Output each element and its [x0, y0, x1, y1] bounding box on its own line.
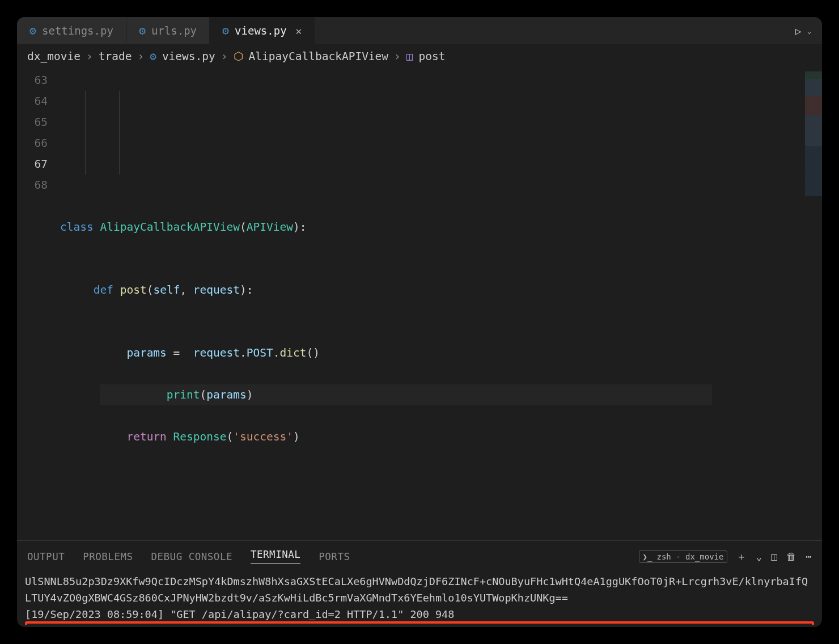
- more-icon[interactable]: ⋯: [806, 550, 812, 562]
- split-terminal-icon[interactable]: ◫: [771, 550, 777, 562]
- tab-label: views.py: [235, 24, 287, 37]
- bc-root[interactable]: dx_movie: [27, 50, 80, 63]
- tab-views[interactable]: ⚙ views.py ✕: [210, 17, 315, 44]
- close-icon[interactable]: ✕: [296, 25, 302, 37]
- code-line: return Response('success'): [60, 426, 712, 447]
- bc-folder[interactable]: trade: [99, 50, 132, 63]
- panel-tab-output[interactable]: OUTPUT: [27, 551, 65, 562]
- run-controls: ▷ ⌄: [795, 25, 822, 37]
- chevron-right-icon: ›: [221, 50, 228, 63]
- python-icon: ⚙: [29, 24, 36, 37]
- terminal-line: [19/Sep/2023 08:59:04] "GET /api/alipay/…: [25, 606, 814, 622]
- new-terminal-icon[interactable]: ＋: [736, 550, 747, 564]
- line-number: 68: [17, 175, 48, 196]
- code-line: print(params): [100, 384, 712, 405]
- panel-tab-debug[interactable]: DEBUG CONSOLE: [151, 551, 232, 562]
- panel-tab-ports[interactable]: PORTS: [319, 551, 350, 562]
- terminal-shell-badge[interactable]: ❯_ zsh - dx_movie: [639, 550, 728, 563]
- code-line: [60, 154, 712, 175]
- bc-class[interactable]: AlipayCallbackAPIView: [249, 50, 389, 63]
- chevron-down-icon[interactable]: ⌄: [807, 26, 812, 35]
- method-icon: ◫: [406, 50, 413, 63]
- python-icon: ⚙: [139, 24, 146, 37]
- minimap[interactable]: [805, 71, 822, 196]
- panel-tab-problems[interactable]: PROBLEMS: [83, 551, 133, 562]
- shell-name: zsh - dx_movie: [656, 552, 723, 561]
- terminal-icon: ❯_: [643, 552, 652, 561]
- chevron-right-icon: ›: [394, 50, 401, 63]
- tab-urls[interactable]: ⚙ urls.py: [126, 17, 210, 44]
- tab-bar: ⚙ settings.py ⚙ urls.py ⚙ views.py ✕ ▷ ⌄: [17, 17, 822, 44]
- class-icon: ⬡: [234, 50, 243, 63]
- line-gutter: 63 64 65 66 67 68: [17, 70, 60, 489]
- python-icon: ⚙: [150, 50, 156, 63]
- line-number: 66: [17, 133, 48, 154]
- code-line: class AlipayCallbackAPIView(APIView):: [60, 217, 712, 238]
- line-number: 67: [17, 154, 48, 175]
- breadcrumb: dx_movie › trade › ⚙ views.py › ⬡ Alipay…: [17, 44, 822, 69]
- code-content[interactable]: class AlipayCallbackAPIView(APIView): de…: [60, 70, 712, 489]
- code-line: def post(self, request):: [60, 279, 712, 300]
- chevron-down-icon[interactable]: ⌄: [756, 550, 762, 562]
- line-number: 63: [17, 70, 48, 91]
- python-icon: ⚙: [222, 24, 229, 37]
- bc-method[interactable]: post: [419, 50, 446, 63]
- chevron-right-icon: ›: [86, 50, 93, 63]
- code-editor[interactable]: 63 64 65 66 67 68 class AlipayCallbackAP…: [17, 69, 822, 540]
- tab-settings[interactable]: ⚙ settings.py: [17, 17, 126, 44]
- terminal-line: UlSNNL85u2p3Dz9XKfw9QcIDczMSpY4kDmszhW8h…: [25, 573, 814, 606]
- editor-window: ⚙ settings.py ⚙ urls.py ⚙ views.py ✕ ▷ ⌄…: [17, 17, 822, 627]
- tab-label: settings.py: [42, 24, 113, 37]
- code-line: params = request.POST.dict(): [60, 342, 712, 363]
- bc-file[interactable]: views.py: [162, 50, 215, 63]
- trash-icon[interactable]: 🗑: [786, 550, 796, 562]
- panel-right-controls: ❯_ zsh - dx_movie ＋ ⌄ ◫ 🗑 ⋯: [639, 550, 812, 564]
- bottom-panel: OUTPUT PROBLEMS DEBUG CONSOLE TERMINAL P…: [17, 540, 822, 627]
- terminal-content[interactable]: UlSNNL85u2p3Dz9XKfw9QcIDczMSpY4kDmszhW8h…: [17, 570, 822, 625]
- chevron-right-icon: ›: [137, 50, 144, 63]
- line-number: 64: [17, 91, 48, 112]
- panel-tab-bar: OUTPUT PROBLEMS DEBUG CONSOLE TERMINAL P…: [17, 541, 822, 570]
- line-number: 65: [17, 112, 48, 133]
- tab-label: urls.py: [151, 24, 197, 37]
- run-icon[interactable]: ▷: [795, 25, 802, 37]
- panel-tab-terminal[interactable]: TERMINAL: [251, 549, 300, 564]
